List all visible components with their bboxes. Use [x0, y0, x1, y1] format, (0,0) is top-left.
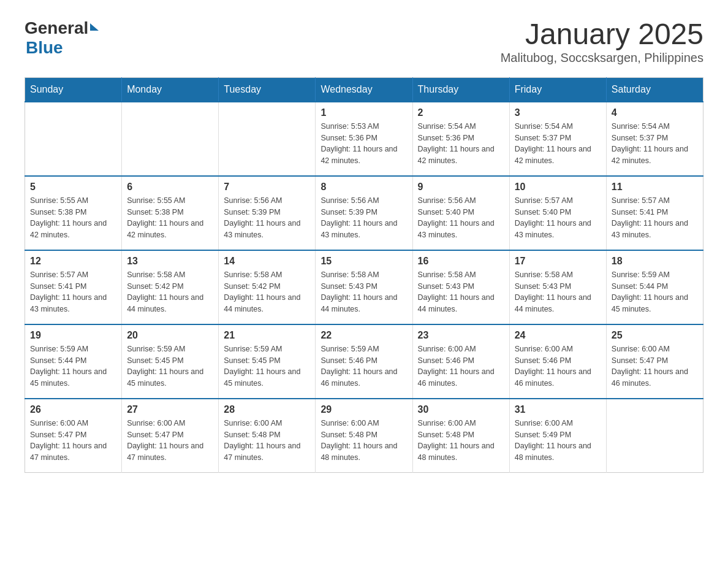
calendar-cell: 23Sunrise: 6:00 AMSunset: 5:46 PMDayligh… [412, 324, 509, 399]
day-info: Sunrise: 5:59 AMSunset: 5:45 PMDaylight:… [224, 343, 310, 389]
calendar-cell: 12Sunrise: 5:57 AMSunset: 5:41 PMDayligh… [25, 250, 122, 324]
day-number: 23 [418, 330, 504, 341]
calendar-cell: 30Sunrise: 6:00 AMSunset: 5:48 PMDayligh… [412, 399, 509, 473]
calendar-cell: 9Sunrise: 5:56 AMSunset: 5:40 PMDaylight… [412, 176, 509, 250]
calendar-week-3: 12Sunrise: 5:57 AMSunset: 5:41 PMDayligh… [25, 250, 703, 324]
day-number: 2 [418, 107, 504, 118]
page-title: January 2025 [501, 18, 703, 51]
weekday-header-wednesday: Wednesday [316, 77, 412, 102]
weekday-header-friday: Friday [509, 77, 606, 102]
day-info: Sunrise: 5:57 AMSunset: 5:41 PMDaylight:… [612, 195, 698, 241]
calendar-week-2: 5Sunrise: 5:55 AMSunset: 5:38 PMDaylight… [25, 176, 703, 250]
day-number: 18 [612, 256, 698, 267]
calendar-cell: 13Sunrise: 5:58 AMSunset: 5:42 PMDayligh… [122, 250, 219, 324]
calendar-cell: 19Sunrise: 5:59 AMSunset: 5:44 PMDayligh… [25, 324, 122, 399]
calendar-cell: 25Sunrise: 6:00 AMSunset: 5:47 PMDayligh… [606, 324, 703, 399]
calendar-cell: 4Sunrise: 5:54 AMSunset: 5:37 PMDaylight… [606, 102, 703, 176]
day-info: Sunrise: 5:58 AMSunset: 5:42 PMDaylight:… [127, 269, 213, 315]
calendar-table: SundayMondayTuesdayWednesdayThursdayFrid… [25, 77, 703, 473]
day-number: 21 [224, 330, 310, 341]
day-info: Sunrise: 6:00 AMSunset: 5:47 PMDaylight:… [612, 343, 698, 389]
page-subtitle: Malitubog, Soccsksargen, Philippines [501, 51, 703, 65]
day-info: Sunrise: 5:54 AMSunset: 5:36 PMDaylight:… [418, 121, 504, 167]
weekday-header-saturday: Saturday [606, 77, 703, 102]
day-info: Sunrise: 5:57 AMSunset: 5:41 PMDaylight:… [30, 269, 116, 315]
calendar-cell: 24Sunrise: 6:00 AMSunset: 5:46 PMDayligh… [509, 324, 606, 399]
day-info: Sunrise: 5:59 AMSunset: 5:45 PMDaylight:… [127, 343, 213, 389]
day-info: Sunrise: 5:57 AMSunset: 5:40 PMDaylight:… [515, 195, 601, 241]
day-number: 27 [127, 404, 213, 415]
weekday-header-row: SundayMondayTuesdayWednesdayThursdayFrid… [25, 77, 703, 102]
day-number: 9 [418, 182, 504, 193]
calendar-cell: 27Sunrise: 6:00 AMSunset: 5:47 PMDayligh… [122, 399, 219, 473]
calendar-cell: 3Sunrise: 5:54 AMSunset: 5:37 PMDaylight… [509, 102, 606, 176]
calendar-header: SundayMondayTuesdayWednesdayThursdayFrid… [25, 77, 703, 102]
day-number: 6 [127, 182, 213, 193]
day-info: Sunrise: 5:53 AMSunset: 5:36 PMDaylight:… [320, 121, 407, 167]
calendar-cell: 15Sunrise: 5:58 AMSunset: 5:43 PMDayligh… [316, 250, 412, 324]
day-number: 3 [515, 107, 601, 118]
day-info: Sunrise: 6:00 AMSunset: 5:48 PMDaylight:… [224, 418, 310, 464]
calendar-cell: 29Sunrise: 6:00 AMSunset: 5:48 PMDayligh… [316, 399, 412, 473]
weekday-header-tuesday: Tuesday [219, 77, 316, 102]
calendar-cell: 16Sunrise: 5:58 AMSunset: 5:43 PMDayligh… [412, 250, 509, 324]
day-number: 29 [320, 404, 407, 415]
day-number: 25 [612, 330, 698, 341]
day-info: Sunrise: 5:54 AMSunset: 5:37 PMDaylight:… [612, 121, 698, 167]
calendar-cell: 22Sunrise: 5:59 AMSunset: 5:46 PMDayligh… [316, 324, 412, 399]
day-number: 19 [30, 330, 116, 341]
day-number: 16 [418, 256, 504, 267]
day-number: 30 [418, 404, 504, 415]
day-info: Sunrise: 5:54 AMSunset: 5:37 PMDaylight:… [515, 121, 601, 167]
day-info: Sunrise: 6:00 AMSunset: 5:49 PMDaylight:… [515, 418, 601, 464]
calendar-cell [606, 399, 703, 473]
day-number: 11 [612, 182, 698, 193]
calendar-cell [122, 102, 219, 176]
day-number: 10 [515, 182, 601, 193]
day-info: Sunrise: 5:59 AMSunset: 5:44 PMDaylight:… [612, 269, 698, 315]
day-number: 13 [127, 256, 213, 267]
calendar-cell: 1Sunrise: 5:53 AMSunset: 5:36 PMDaylight… [316, 102, 412, 176]
calendar-cell: 31Sunrise: 6:00 AMSunset: 5:49 PMDayligh… [509, 399, 606, 473]
weekday-header-thursday: Thursday [412, 77, 509, 102]
logo-triangle-icon [90, 23, 99, 31]
day-info: Sunrise: 5:56 AMSunset: 5:40 PMDaylight:… [418, 195, 504, 241]
day-number: 28 [224, 404, 310, 415]
page-header: General Blue January 2025 Malitubog, Soc… [25, 18, 703, 65]
logo-blue-line: Blue [25, 38, 99, 58]
calendar-cell: 2Sunrise: 5:54 AMSunset: 5:36 PMDaylight… [412, 102, 509, 176]
day-number: 12 [30, 256, 116, 267]
calendar-cell: 18Sunrise: 5:59 AMSunset: 5:44 PMDayligh… [606, 250, 703, 324]
day-number: 15 [320, 256, 407, 267]
day-info: Sunrise: 6:00 AMSunset: 5:46 PMDaylight:… [418, 343, 504, 389]
day-number: 5 [30, 182, 116, 193]
day-info: Sunrise: 5:58 AMSunset: 5:42 PMDaylight:… [224, 269, 310, 315]
day-info: Sunrise: 5:58 AMSunset: 5:43 PMDaylight:… [418, 269, 504, 315]
calendar-body: 1Sunrise: 5:53 AMSunset: 5:36 PMDaylight… [25, 102, 703, 473]
calendar-cell: 6Sunrise: 5:55 AMSunset: 5:38 PMDaylight… [122, 176, 219, 250]
calendar-cell: 7Sunrise: 5:56 AMSunset: 5:39 PMDaylight… [219, 176, 316, 250]
day-number: 7 [224, 182, 310, 193]
day-info: Sunrise: 5:59 AMSunset: 5:46 PMDaylight:… [320, 343, 407, 389]
day-number: 1 [320, 107, 407, 118]
day-info: Sunrise: 6:00 AMSunset: 5:46 PMDaylight:… [515, 343, 601, 389]
day-info: Sunrise: 6:00 AMSunset: 5:47 PMDaylight:… [127, 418, 213, 464]
day-info: Sunrise: 6:00 AMSunset: 5:48 PMDaylight:… [320, 418, 407, 464]
day-info: Sunrise: 6:00 AMSunset: 5:47 PMDaylight:… [30, 418, 116, 464]
day-info: Sunrise: 6:00 AMSunset: 5:48 PMDaylight:… [418, 418, 504, 464]
day-number: 22 [320, 330, 407, 341]
logo-general: General [25, 18, 88, 38]
day-number: 17 [515, 256, 601, 267]
calendar-cell [25, 102, 122, 176]
calendar-cell: 11Sunrise: 5:57 AMSunset: 5:41 PMDayligh… [606, 176, 703, 250]
calendar-cell: 10Sunrise: 5:57 AMSunset: 5:40 PMDayligh… [509, 176, 606, 250]
calendar-cell: 26Sunrise: 6:00 AMSunset: 5:47 PMDayligh… [25, 399, 122, 473]
day-number: 20 [127, 330, 213, 341]
calendar-cell [219, 102, 316, 176]
calendar-cell: 14Sunrise: 5:58 AMSunset: 5:42 PMDayligh… [219, 250, 316, 324]
calendar-cell: 28Sunrise: 6:00 AMSunset: 5:48 PMDayligh… [219, 399, 316, 473]
day-info: Sunrise: 5:55 AMSunset: 5:38 PMDaylight:… [30, 195, 116, 241]
day-number: 26 [30, 404, 116, 415]
calendar-week-5: 26Sunrise: 6:00 AMSunset: 5:47 PMDayligh… [25, 399, 703, 473]
day-number: 8 [320, 182, 407, 193]
